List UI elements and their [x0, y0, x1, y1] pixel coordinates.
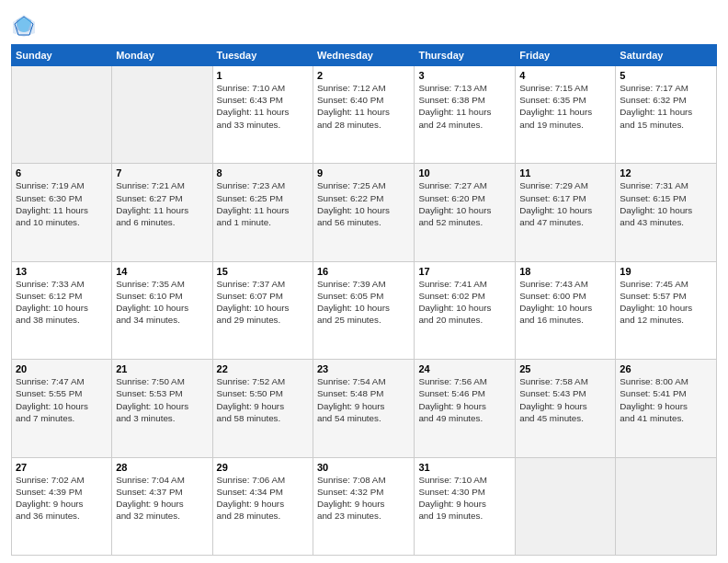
- day-info: Sunrise: 7:41 AM Sunset: 6:02 PM Dayligh…: [418, 278, 511, 327]
- calendar-cell: 6Sunrise: 7:19 AM Sunset: 6:30 PM Daylig…: [12, 164, 112, 261]
- day-info: Sunrise: 7:54 AM Sunset: 5:48 PM Dayligh…: [317, 375, 410, 424]
- day-info: Sunrise: 7:19 AM Sunset: 6:30 PM Dayligh…: [16, 179, 108, 228]
- day-info: Sunrise: 7:04 AM Sunset: 4:37 PM Dayligh…: [116, 474, 208, 523]
- calendar-cell: 2Sunrise: 7:12 AM Sunset: 6:40 PM Daylig…: [313, 66, 414, 164]
- day-number: 30: [317, 462, 410, 473]
- day-info: Sunrise: 7:52 AM Sunset: 5:50 PM Dayligh…: [217, 375, 309, 424]
- day-number: 6: [16, 167, 108, 178]
- day-info: Sunrise: 7:33 AM Sunset: 6:12 PM Dayligh…: [16, 278, 108, 327]
- day-number: 10: [418, 167, 511, 178]
- header-day-monday: Monday: [112, 45, 212, 66]
- day-number: 23: [317, 363, 410, 374]
- day-info: Sunrise: 7:10 AM Sunset: 6:43 PM Dayligh…: [217, 82, 309, 131]
- day-number: 27: [16, 462, 108, 473]
- calendar-cell: 28Sunrise: 7:04 AM Sunset: 4:37 PM Dayli…: [112, 457, 212, 555]
- day-number: 11: [519, 167, 611, 178]
- day-info: Sunrise: 7:13 AM Sunset: 6:38 PM Dayligh…: [418, 82, 511, 131]
- day-info: Sunrise: 7:29 AM Sunset: 6:17 PM Dayligh…: [519, 179, 611, 228]
- calendar-cell: 22Sunrise: 7:52 AM Sunset: 5:50 PM Dayli…: [212, 360, 313, 457]
- calendar-cell: 26Sunrise: 8:00 AM Sunset: 5:41 PM Dayli…: [616, 360, 717, 457]
- calendar-cell: 18Sunrise: 7:43 AM Sunset: 6:00 PM Dayli…: [516, 261, 616, 359]
- day-number: 18: [519, 266, 611, 277]
- day-number: 21: [116, 363, 208, 374]
- header-day-wednesday: Wednesday: [313, 45, 414, 66]
- day-number: 17: [418, 266, 511, 277]
- calendar-cell: 15Sunrise: 7:37 AM Sunset: 6:07 PM Dayli…: [212, 261, 313, 359]
- day-number: 12: [620, 167, 712, 178]
- day-info: Sunrise: 7:43 AM Sunset: 6:00 PM Dayligh…: [519, 278, 611, 327]
- calendar-cell: 16Sunrise: 7:39 AM Sunset: 6:05 PM Dayli…: [313, 261, 414, 359]
- day-number: 25: [519, 363, 611, 374]
- calendar-cell: [12, 66, 112, 164]
- calendar-cell: 5Sunrise: 7:17 AM Sunset: 6:32 PM Daylig…: [616, 66, 717, 164]
- calendar-cell: [112, 66, 212, 164]
- header-day-friday: Friday: [516, 45, 616, 66]
- day-number: 16: [317, 266, 410, 277]
- header: [11, 9, 717, 39]
- page: SundayMondayTuesdayWednesdayThursdayFrid…: [0, 0, 728, 563]
- calendar-cell: 3Sunrise: 7:13 AM Sunset: 6:38 PM Daylig…: [415, 66, 516, 164]
- day-number: 22: [217, 363, 309, 374]
- calendar-cell: 20Sunrise: 7:47 AM Sunset: 5:55 PM Dayli…: [12, 360, 112, 457]
- day-number: 3: [418, 70, 511, 81]
- day-info: Sunrise: 7:58 AM Sunset: 5:43 PM Dayligh…: [519, 375, 611, 424]
- header-day-tuesday: Tuesday: [212, 45, 313, 66]
- calendar-cell: 30Sunrise: 7:08 AM Sunset: 4:32 PM Dayli…: [313, 457, 414, 555]
- day-info: Sunrise: 7:50 AM Sunset: 5:53 PM Dayligh…: [116, 375, 208, 424]
- day-info: Sunrise: 7:23 AM Sunset: 6:25 PM Dayligh…: [217, 179, 309, 228]
- day-number: 20: [16, 363, 108, 374]
- calendar-week-row: 13Sunrise: 7:33 AM Sunset: 6:12 PM Dayli…: [12, 261, 717, 359]
- day-number: 8: [217, 167, 309, 178]
- day-info: Sunrise: 7:39 AM Sunset: 6:05 PM Dayligh…: [317, 278, 410, 327]
- calendar-week-row: 27Sunrise: 7:02 AM Sunset: 4:39 PM Dayli…: [12, 457, 717, 555]
- calendar-week-row: 1Sunrise: 7:10 AM Sunset: 6:43 PM Daylig…: [12, 66, 717, 164]
- day-info: Sunrise: 7:37 AM Sunset: 6:07 PM Dayligh…: [217, 278, 309, 327]
- day-number: 2: [317, 70, 410, 81]
- calendar-cell: 24Sunrise: 7:56 AM Sunset: 5:46 PM Dayli…: [415, 360, 516, 457]
- day-number: 7: [116, 167, 208, 178]
- day-number: 1: [217, 70, 309, 81]
- calendar-cell: 14Sunrise: 7:35 AM Sunset: 6:10 PM Dayli…: [112, 261, 212, 359]
- day-info: Sunrise: 7:10 AM Sunset: 4:30 PM Dayligh…: [418, 474, 511, 523]
- calendar-cell: 7Sunrise: 7:21 AM Sunset: 6:27 PM Daylig…: [112, 164, 212, 261]
- calendar-cell: 29Sunrise: 7:06 AM Sunset: 4:34 PM Dayli…: [212, 457, 313, 555]
- calendar-week-row: 20Sunrise: 7:47 AM Sunset: 5:55 PM Dayli…: [12, 360, 717, 457]
- calendar-cell: 27Sunrise: 7:02 AM Sunset: 4:39 PM Dayli…: [12, 457, 112, 555]
- day-info: Sunrise: 7:31 AM Sunset: 6:15 PM Dayligh…: [620, 179, 712, 228]
- day-info: Sunrise: 8:00 AM Sunset: 5:41 PM Dayligh…: [620, 375, 712, 424]
- calendar-cell: 21Sunrise: 7:50 AM Sunset: 5:53 PM Dayli…: [112, 360, 212, 457]
- day-info: Sunrise: 7:45 AM Sunset: 5:57 PM Dayligh…: [620, 278, 712, 327]
- day-number: 5: [620, 70, 712, 81]
- header-day-saturday: Saturday: [616, 45, 717, 66]
- day-info: Sunrise: 7:08 AM Sunset: 4:32 PM Dayligh…: [317, 474, 410, 523]
- calendar-cell: 8Sunrise: 7:23 AM Sunset: 6:25 PM Daylig…: [212, 164, 313, 261]
- calendar-cell: 19Sunrise: 7:45 AM Sunset: 5:57 PM Dayli…: [616, 261, 717, 359]
- day-info: Sunrise: 7:35 AM Sunset: 6:10 PM Dayligh…: [116, 278, 208, 327]
- calendar-cell: 10Sunrise: 7:27 AM Sunset: 6:20 PM Dayli…: [415, 164, 516, 261]
- day-info: Sunrise: 7:06 AM Sunset: 4:34 PM Dayligh…: [217, 474, 309, 523]
- day-info: Sunrise: 7:27 AM Sunset: 6:20 PM Dayligh…: [418, 179, 511, 228]
- day-number: 9: [317, 167, 410, 178]
- calendar-cell: [616, 457, 717, 555]
- day-number: 13: [16, 266, 108, 277]
- logo: [11, 13, 40, 39]
- calendar-cell: 4Sunrise: 7:15 AM Sunset: 6:35 PM Daylig…: [516, 66, 616, 164]
- day-number: 19: [620, 266, 712, 277]
- header-day-thursday: Thursday: [415, 45, 516, 66]
- header-day-sunday: Sunday: [12, 45, 112, 66]
- calendar-cell: 13Sunrise: 7:33 AM Sunset: 6:12 PM Dayli…: [12, 261, 112, 359]
- day-info: Sunrise: 7:25 AM Sunset: 6:22 PM Dayligh…: [317, 179, 410, 228]
- calendar-cell: 17Sunrise: 7:41 AM Sunset: 6:02 PM Dayli…: [415, 261, 516, 359]
- day-info: Sunrise: 7:47 AM Sunset: 5:55 PM Dayligh…: [16, 375, 108, 424]
- day-number: 14: [116, 266, 208, 277]
- calendar-header-row: SundayMondayTuesdayWednesdayThursdayFrid…: [12, 45, 717, 66]
- day-info: Sunrise: 7:21 AM Sunset: 6:27 PM Dayligh…: [116, 179, 208, 228]
- calendar-cell: 1Sunrise: 7:10 AM Sunset: 6:43 PM Daylig…: [212, 66, 313, 164]
- calendar-cell: 23Sunrise: 7:54 AM Sunset: 5:48 PM Dayli…: [313, 360, 414, 457]
- day-info: Sunrise: 7:12 AM Sunset: 6:40 PM Dayligh…: [317, 82, 410, 131]
- logo-icon: [11, 13, 37, 39]
- calendar-week-row: 6Sunrise: 7:19 AM Sunset: 6:30 PM Daylig…: [12, 164, 717, 261]
- day-number: 29: [217, 462, 309, 473]
- day-number: 4: [519, 70, 611, 81]
- day-number: 15: [217, 266, 309, 277]
